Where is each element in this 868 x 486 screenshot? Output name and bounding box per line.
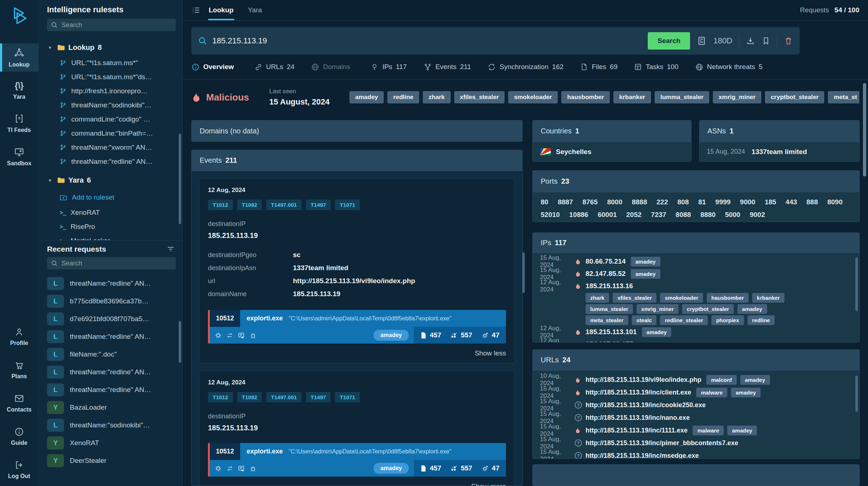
threat-tag[interactable]: amadey [642,327,672,337]
mitre-chip[interactable]: T1012 [208,392,233,402]
list-item[interactable]: Y BazaLoader [39,398,182,416]
port[interactable]: 8088 [676,208,691,221]
threat-tag[interactable]: cryptbot_stealer [765,91,824,103]
tab-yara[interactable]: Yara [248,0,262,20]
url-row[interactable]: 15 Aug, 2024 ? http://185.215.113.19/inc… [540,412,852,424]
sidebar-item-contacts[interactable]: Contacts [0,389,38,417]
ruleset-query[interactable]: commandLine:"codigo" … [39,112,182,126]
threat-tag[interactable]: lumma_stealer [655,91,709,103]
malware-family-pill[interactable]: amadey [374,330,409,341]
threat-tag[interactable]: krbanker [752,293,784,303]
query-report-icon[interactable] [697,36,707,46]
tree-scrollbar[interactable] [179,134,181,224]
url-value[interactable]: http://185.215.113.19/inc/pimer_bbbconte… [586,439,738,447]
chevron-down-icon[interactable]: ▾ [49,45,54,50]
tab-domains[interactable]: Domains [311,63,354,71]
port[interactable]: 52010 [541,208,560,221]
mitre-chip[interactable]: T1012 [208,200,233,210]
threat-tag[interactable]: amadey [631,269,660,279]
port[interactable]: 8000 [607,196,622,208]
url-row[interactable]: 15 Aug, 2024 http://185.215.113.19/inc/1… [540,424,852,437]
list-item[interactable]: L threatName:"redline" AN… [39,328,182,345]
url-row[interactable]: 15 Aug, 2024 ? http://185.215.113.19/inc… [540,449,852,459]
threat-tag[interactable]: stealc [632,315,657,325]
port[interactable]: 8090 [827,196,842,208]
search-input[interactable] [212,36,642,46]
time-range-selector[interactable]: 180D [713,36,732,46]
malware-family-pill[interactable]: amadey [374,463,409,474]
port[interactable]: 808 [677,196,689,208]
url-row[interactable]: 15 Aug, 2024 ? http://185.215.113.19/inc… [540,399,852,412]
threat-tag[interactable]: hausbomber [707,293,749,303]
list-item[interactable]: Y XenoRAT [39,434,182,452]
files-stat[interactable]: 457 [420,331,441,339]
process-row[interactable]: 10512 explorti.exe "C:\Users\admin\AppDa… [208,443,506,477]
ruleset-query[interactable]: threatName:"xworm" AN… [39,140,182,154]
asn-row[interactable]: 15 Aug, 2024 1337team limited [699,142,859,161]
threat-tag[interactable]: redline [387,91,419,103]
mitre-chip[interactable]: T1071 [335,392,360,402]
list-item[interactable]: L b775cd8be83696ca37b… [39,292,182,310]
list-icon[interactable] [191,5,201,15]
show-less-link[interactable]: Show less [208,349,506,357]
port[interactable]: 81 [698,196,706,208]
ip-row[interactable]: 15 Aug, 2024 80.66.75.214 amadey [540,255,852,268]
sidebar-item-ti-feeds[interactable]: TI Feeds [0,109,38,137]
country-row[interactable]: Seychelles [533,142,691,161]
url-value[interactable]: http://185.215.113.19/inc/nano.exe [586,414,690,422]
threat-tag[interactable]: smokeloader [660,293,703,303]
tab-network-threats[interactable]: Network threats5 [695,63,763,71]
download-icon[interactable] [746,36,755,46]
urls-scrollbar[interactable] [855,376,858,412]
threat-tag[interactable]: meta_st [828,91,859,103]
threat-tag[interactable]: zhark [586,293,609,303]
threat-tag[interactable]: meta_stealer [586,315,628,325]
ip-address[interactable]: 154.197.69.157 [586,340,633,342]
sidebar-item-guide[interactable]: Guide [0,422,38,450]
url-value[interactable]: http://185.215.113.19/inc/1111.exe [586,427,688,434]
recent-requests-search-input[interactable] [61,260,172,267]
sidebar-item-yara[interactable]: {\} Yara [0,77,38,104]
mitre-chip[interactable]: T1497.001 [266,200,302,210]
port[interactable]: 8880 [700,208,715,221]
ruleset-query[interactable]: URL:"*l1s.saturn.ms*"ds… [39,70,182,84]
other-stat[interactable]: 47 [482,331,499,339]
threat-tag[interactable]: zhark [423,91,450,103]
sidebar-item-logout[interactable]: Log Out [0,456,38,483]
tab-overview[interactable]: Overview [191,63,238,71]
yara-rule[interactable]: >_ MortisLocker [39,234,182,240]
threat-tag[interactable]: xfiles_stealer [454,91,505,103]
tree-folder-lookup[interactable]: ▾ Lookup 8 [39,39,182,56]
ip-row[interactable]: 12 Aug, 2024 185.215.113.101 amadey [540,326,852,338]
ruleset-query[interactable]: threatName:"sodinokibi"… [39,98,182,112]
sidebar-item-profile[interactable]: Profile [0,323,38,350]
ruleset-query[interactable]: http://fresh1.ironorepro… [39,84,182,98]
threat-tag[interactable]: amadey [727,426,757,435]
threat-tag[interactable]: amadey [740,375,770,385]
port[interactable]: 443 [786,196,797,208]
port[interactable]: 7237 [651,208,666,221]
show-more-link[interactable]: Show more [208,482,506,486]
mitre-chip[interactable]: T1082 [237,200,262,210]
ip-address[interactable]: 185.215.113.16 [586,282,633,290]
mitre-chip[interactable]: T1071 [335,200,360,210]
threat-tag[interactable]: hausbomber [561,91,610,103]
ip-address[interactable]: 82.147.85.52 [586,270,626,278]
list-item[interactable]: L fileName:".doc" [39,345,182,363]
rulesets-search[interactable] [47,19,176,31]
process-row[interactable]: 10512 explorti.exe "C:\Users\admin\AppDa… [208,310,506,344]
rulesets-search-input[interactable] [61,21,172,29]
url-row[interactable]: 10 Aug, 2024 http://185.215.113.19/vi9le… [540,374,852,386]
yara-rule[interactable]: >_ XenoRAT [39,205,182,219]
ip-address[interactable]: 185.215.113.101 [586,328,637,336]
tree-folder-yara[interactable]: ▾ Yara 6 [39,171,182,189]
threat-tag[interactable]: redline [748,315,775,325]
threat-tag[interactable]: malware [696,388,727,397]
sidebar-item-plans[interactable]: Plans [0,356,38,383]
threat-tag[interactable]: malware [693,426,724,435]
yara-rule[interactable]: >_ RisePro [39,219,182,234]
other-stat[interactable]: 47 [482,464,499,472]
url-row[interactable]: 15 Aug, 2024 ? http://185.215.113.19/inc… [540,437,852,449]
list-item[interactable]: L threatName:"redline" AN… [39,363,182,381]
threat-tag[interactable]: malconf [706,375,737,385]
